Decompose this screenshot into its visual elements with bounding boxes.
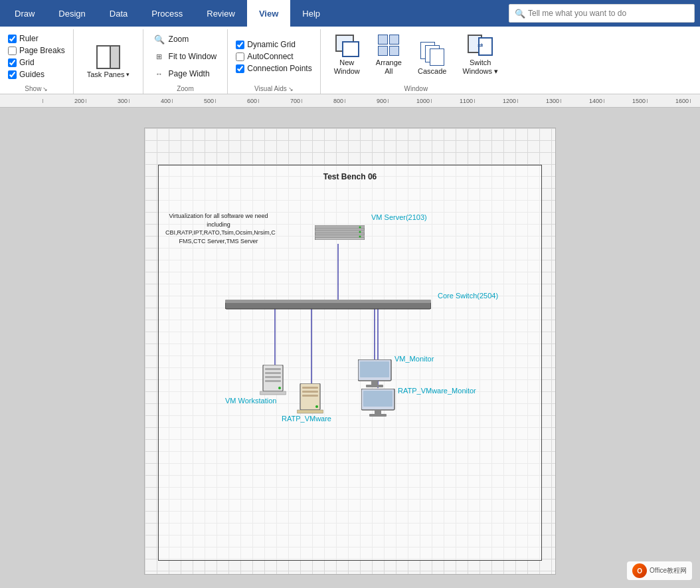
svg-rect-26 (297, 410, 323, 413)
visual-aids-content: Dynamic Grid AutoConnect Connection Poin… (236, 29, 311, 84)
tab-review[interactable]: Review (195, 0, 247, 27)
vm-workstation-shape (260, 365, 286, 397)
search-bar[interactable]: 🔍 (509, 4, 695, 23)
arrange-all-label: ArrangeAll (376, 58, 402, 76)
search-input[interactable] (528, 9, 689, 18)
canvas-area[interactable]: Test Bench 06 Virtualization for all sof… (0, 108, 700, 588)
zoom-group-content: 🔍 Zoom ⊞ Fit to Window ↔ Page Width (151, 29, 220, 84)
grid-label: Grid (19, 58, 35, 67)
tab-view[interactable]: View (247, 0, 290, 27)
svg-rect-17 (265, 376, 281, 378)
fit-to-window-icon: ⊞ (154, 51, 165, 62)
dynamic-grid-item[interactable]: Dynamic Grid (236, 40, 311, 49)
connection-points-checkbox[interactable] (236, 64, 244, 73)
ruler-tick-1000: 1000 (389, 98, 432, 104)
show-group-label: Show ↘ (8, 84, 65, 94)
ruler-checkbox-item[interactable]: Ruler (8, 34, 65, 43)
guides-checkbox-item[interactable]: Guides (8, 70, 65, 79)
group-zoom: 🔍 Zoom ⊞ Fit to Window ↔ Page Width Zoom (143, 29, 228, 94)
svg-point-10 (359, 231, 361, 233)
svg-rect-15 (265, 368, 281, 370)
visual-aids-expand-icon[interactable]: ↘ (288, 86, 294, 92)
page-breaks-checkbox[interactable] (8, 47, 17, 55)
ruler-tick-1200: 1200 (475, 98, 518, 104)
core-switch-shape (225, 300, 431, 310)
vm-workstation-label: VM Workstation (225, 397, 276, 405)
svg-rect-22 (302, 387, 318, 389)
ruler-tick-1100: 1100 (432, 98, 475, 104)
svg-point-9 (359, 227, 361, 229)
page-width-button[interactable]: ↔ Page Width (151, 66, 213, 81)
svg-rect-13 (225, 300, 431, 303)
ruler-tick-1400: 1400 (561, 98, 604, 104)
svg-rect-23 (302, 391, 318, 393)
dynamic-grid-checkbox[interactable] (236, 41, 244, 49)
task-panes-content: Task Panes ▾ (82, 29, 135, 94)
svg-rect-28 (360, 361, 389, 377)
vm-server-label: VM Server(2103) (371, 213, 427, 221)
tab-process[interactable]: Process (139, 0, 195, 27)
office-logo: O (632, 563, 647, 578)
vm-server-shape (315, 225, 365, 240)
svg-rect-8 (315, 235, 365, 238)
autoconnect-item[interactable]: AutoConnect (236, 52, 311, 61)
svg-point-11 (359, 236, 361, 238)
grid-checkbox-item[interactable]: Grid (8, 58, 65, 67)
ruler-bar: 200 300 400 500 600 700 800 900 1000 110… (0, 94, 700, 108)
show-expand-icon[interactable]: ↘ (43, 86, 48, 92)
tab-data[interactable]: Data (98, 0, 139, 27)
zoom-group-label: Zoom (151, 84, 220, 94)
ruler-numbers: 200 300 400 500 600 700 800 900 1000 110… (0, 98, 700, 104)
arrange-all-icon (377, 33, 400, 57)
task-panes-button[interactable]: Task Panes ▾ (82, 43, 135, 81)
switch-windows-button[interactable]: ⇄ SwitchWindows ▾ (457, 32, 503, 77)
sw-arrow: ⇄ (478, 42, 483, 49)
svg-rect-16 (265, 372, 281, 374)
new-window-label: NewWindow (334, 58, 360, 76)
ruler-checkbox[interactable] (8, 35, 17, 43)
vm-server-svg (315, 225, 365, 240)
tab-draw[interactable]: Draw (3, 0, 46, 27)
fit-to-window-button[interactable]: ⊞ Fit to Window (151, 49, 220, 64)
tab-design[interactable]: Design (46, 0, 97, 27)
ruler-tick-900: 900 (345, 98, 389, 104)
autoconnect-checkbox[interactable] (236, 52, 244, 61)
ratp-vmware-shape (297, 383, 323, 415)
arrange-all-button[interactable]: ArrangeAll (371, 32, 407, 77)
guides-label: Guides (19, 70, 44, 79)
task-panes-dropdown-arrow: ▾ (126, 71, 130, 78)
diagram-inner: Test Bench 06 Virtualization for all sof… (158, 165, 542, 561)
ratp-monitor-label: RATP_VMware_Monitor (398, 387, 476, 395)
new-window-button[interactable]: NewWindow (329, 32, 365, 77)
diagram-title: Test Bench 06 (159, 172, 541, 181)
zoom-button[interactable]: 🔍 Zoom (151, 32, 192, 47)
svg-rect-29 (371, 381, 378, 385)
ruler-tick-1500: 1500 (604, 98, 648, 104)
vm-workstation-svg (260, 365, 286, 397)
page-breaks-checkbox-item[interactable]: Page Breaks (8, 46, 65, 55)
svg-rect-20 (260, 391, 286, 395)
ribbon: Draw Design Data Process Review View Hel… (0, 0, 700, 94)
visual-aids-checkboxes: Dynamic Grid AutoConnect Connection Poin… (236, 40, 311, 73)
ruler-tick-700: 700 (259, 98, 302, 104)
guides-checkbox[interactable] (8, 70, 17, 79)
tab-help[interactable]: Help (290, 0, 332, 27)
svg-point-25 (315, 405, 318, 408)
group-visual-aids: Dynamic Grid AutoConnect Connection Poin… (228, 29, 320, 94)
svg-point-19 (278, 387, 281, 389)
connection-points-item[interactable]: Connection Points (236, 64, 311, 73)
cascade-label: Cascade (418, 67, 446, 76)
ratp-monitor-svg (361, 389, 396, 419)
group-show: Ruler Page Breaks Grid Guides (0, 29, 74, 94)
window-group-content: NewWindow ArrangeAll (329, 29, 503, 80)
ruler-tick-600: 600 (216, 98, 259, 104)
cascade-button[interactable]: Cascade (412, 41, 452, 77)
diagram-page[interactable]: Test Bench 06 Virtualization for all sof… (144, 128, 556, 575)
ratp-vmware-svg (297, 383, 323, 415)
svg-rect-24 (302, 395, 318, 397)
cascade-icon (420, 42, 444, 66)
ruler-tick-500: 500 (173, 98, 216, 104)
grid-checkbox[interactable] (8, 58, 17, 67)
office-badge-text: Office教程网 (650, 566, 687, 575)
page-width-icon: ↔ (154, 68, 165, 79)
